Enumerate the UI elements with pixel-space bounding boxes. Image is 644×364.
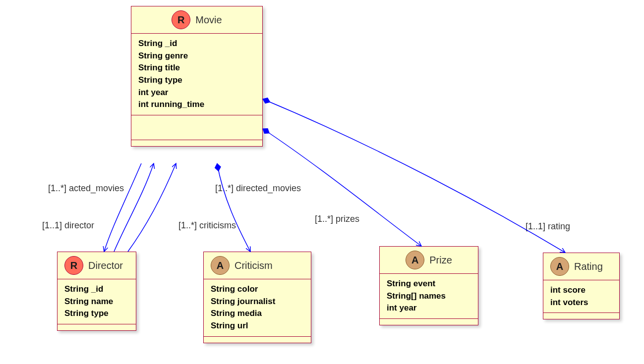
attr: String _id [138, 38, 255, 50]
class-movie-methods [131, 115, 262, 140]
attr: String _id [64, 283, 129, 296]
class-director-attrs: String _id String name String type [58, 279, 136, 324]
attr: String event [387, 278, 471, 290]
attr: String media [211, 308, 304, 320]
rel-directed-movies: [1..*] directed_movies [215, 183, 301, 194]
class-prize-attrs: String event String[] names int year [380, 274, 478, 319]
class-director-name: Director [88, 260, 123, 271]
class-director-footer [58, 324, 136, 330]
class-movie: R Movie String _id String genre String t… [131, 6, 263, 147]
class-prize-header: A Prize [380, 247, 478, 274]
class-movie-footer [131, 140, 262, 146]
rel-rating: [1..1] rating [526, 221, 570, 232]
class-rating: A Rating int score int voters [543, 253, 620, 319]
attr: String color [211, 283, 304, 296]
badge-a-icon: A [406, 251, 424, 269]
class-criticism: A Criticism String color String journali… [203, 252, 311, 343]
rel-director: [1..1] director [42, 220, 94, 231]
attr: String title [138, 62, 255, 74]
badge-r-icon: R [172, 10, 190, 29]
attr: String genre [138, 50, 255, 62]
attr: String type [64, 308, 129, 320]
class-prize: A Prize String event String[] names int … [379, 246, 478, 325]
rel-acted-movies: [1..*] acted_movies [48, 183, 124, 194]
class-movie-name: Movie [195, 14, 222, 26]
attr: String journalist [211, 296, 304, 308]
badge-a-icon: A [550, 257, 569, 276]
attr: String type [138, 74, 255, 87]
class-director: R Director String _id String name String… [57, 252, 136, 331]
class-rating-header: A Rating [543, 253, 619, 280]
class-prize-footer [380, 319, 478, 325]
attr: int year [138, 87, 255, 99]
badge-r-icon: R [64, 256, 83, 275]
class-criticism-attrs: String color String journalist String me… [204, 279, 311, 337]
attr: int voters [550, 297, 612, 309]
attr: int year [387, 302, 471, 314]
class-criticism-header: A Criticism [204, 252, 311, 279]
class-rating-name: Rating [574, 261, 603, 272]
badge-a-icon: A [211, 256, 230, 275]
class-criticism-footer [204, 337, 311, 343]
attr: String[] names [387, 290, 471, 303]
class-prize-name: Prize [429, 255, 452, 266]
attr: int running_time [138, 99, 255, 111]
class-rating-attrs: int score int voters [543, 280, 619, 313]
attr: String name [64, 296, 129, 308]
rel-prizes: [1..*] prizes [315, 214, 359, 224]
attr: String url [211, 320, 304, 332]
class-rating-footer [543, 313, 619, 319]
rel-criticisms: [1..*] criticisms [178, 220, 236, 231]
class-criticism-name: Criticism [234, 260, 273, 271]
class-director-header: R Director [58, 252, 136, 279]
class-movie-header: R Movie [131, 6, 262, 34]
class-movie-attrs: String _id String genre String title Str… [131, 34, 262, 115]
attr: int score [550, 284, 612, 297]
